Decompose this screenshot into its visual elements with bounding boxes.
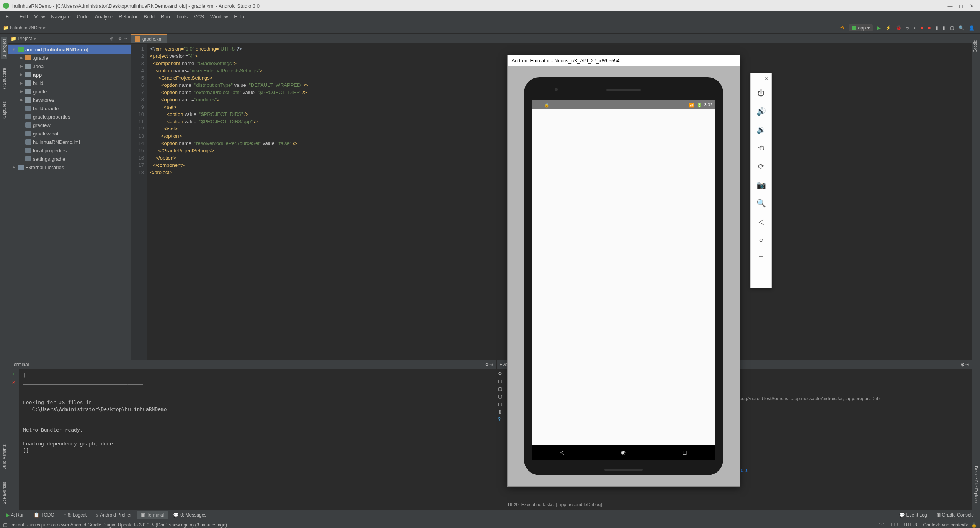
menu-help[interactable]: Help bbox=[231, 14, 247, 20]
status-line-ending[interactable]: LF⁞ bbox=[888, 522, 901, 528]
terminal-content[interactable]: | ______________________________________… bbox=[19, 369, 496, 510]
event-icon-help[interactable]: ? bbox=[498, 417, 503, 422]
apply-changes-icon[interactable]: ⚡ bbox=[883, 25, 893, 31]
status-indicator-icon[interactable]: ▢ bbox=[3, 522, 7, 528]
dropdown-icon[interactable]: ▾ bbox=[34, 36, 36, 41]
collapse-all-icon[interactable]: ⊕ bbox=[110, 36, 114, 41]
tree-item[interactable]: ▶.gradle bbox=[8, 54, 131, 62]
layout-inspector-icon[interactable]: ▢ bbox=[947, 25, 956, 31]
tree-item[interactable]: gradlew.bat bbox=[8, 129, 131, 138]
menu-refactor[interactable]: Refactor bbox=[116, 14, 140, 20]
maximize-button[interactable]: ◻ bbox=[956, 3, 966, 9]
left-tab-structure[interactable]: 7: Structure bbox=[1, 66, 7, 92]
editor-tab-gradle[interactable]: gradle.xml bbox=[131, 34, 167, 43]
emu-power-icon[interactable]: ⏻ bbox=[751, 84, 771, 102]
tool-tab-event-log[interactable]: 💬Event Log bbox=[895, 511, 931, 519]
left-tab-build-variants[interactable]: Build Variants bbox=[1, 442, 7, 472]
profile-icon[interactable]: ⎋ bbox=[904, 25, 911, 31]
event-icon-3[interactable]: ▢ bbox=[498, 386, 503, 391]
tree-item[interactable]: ▶build bbox=[8, 79, 131, 87]
sdk-manager-icon[interactable]: ▮ bbox=[940, 25, 947, 31]
menu-file[interactable]: File bbox=[2, 14, 16, 20]
nav-back-icon[interactable]: ◁ bbox=[560, 449, 564, 455]
menu-code[interactable]: Code bbox=[74, 14, 92, 20]
emu-rotate-right-icon[interactable]: ⟳ bbox=[751, 157, 771, 176]
run-config-selector[interactable]: app ▾ bbox=[846, 24, 875, 31]
add-terminal-icon[interactable]: + bbox=[12, 372, 15, 377]
close-button[interactable]: ✕ bbox=[966, 3, 977, 9]
tool-tab-messages[interactable]: 💬0: Messages bbox=[169, 511, 210, 519]
phone-screen[interactable]: 🔒 📶 🔋 3:32 ◁ ◉ ◻ bbox=[532, 100, 715, 460]
emulator-close-icon[interactable]: ✕ bbox=[764, 76, 768, 81]
emu-zoom-icon[interactable]: 🔍 bbox=[751, 194, 771, 212]
hide-icon[interactable]: ⇥ bbox=[965, 362, 969, 367]
tool-tab-logcat[interactable]: ≡6: Logcat bbox=[60, 511, 90, 519]
run-button[interactable]: ▶ bbox=[875, 25, 883, 31]
left-tab-captures[interactable]: Captures bbox=[1, 99, 7, 121]
menu-edit[interactable]: Edit bbox=[16, 14, 31, 20]
status-position[interactable]: 1:1 bbox=[875, 522, 888, 528]
minimize-button[interactable]: — bbox=[945, 3, 956, 9]
debug-button[interactable]: 🐞 bbox=[893, 25, 904, 31]
emu-volume-down-icon[interactable]: 🔉 bbox=[751, 121, 771, 139]
attach-debugger-icon[interactable]: ⌖ bbox=[911, 25, 918, 31]
emulator-minimize-icon[interactable]: — bbox=[754, 76, 758, 81]
sync-icon[interactable]: ⟲ bbox=[838, 25, 846, 31]
emu-more-icon[interactable]: ⋯ bbox=[751, 267, 771, 286]
gear-icon[interactable]: ⚙ bbox=[960, 362, 965, 367]
tool-tab-profiler[interactable]: ⎋Android Profiler bbox=[92, 511, 136, 519]
menu-build[interactable]: Build bbox=[140, 14, 158, 20]
stop-button-2[interactable]: ■ bbox=[926, 25, 933, 31]
tree-item[interactable]: ▶.idea bbox=[8, 62, 131, 70]
menu-window[interactable]: Window bbox=[207, 14, 231, 20]
event-icon-trash[interactable]: 🗑 bbox=[498, 409, 503, 414]
emu-camera-icon[interactable]: 📷 bbox=[751, 176, 771, 194]
tree-item[interactable]: gradle.properties bbox=[8, 112, 131, 121]
tree-item[interactable]: local.properties bbox=[8, 146, 131, 155]
breadcrumb[interactable]: 📁 hulinhuaRNDemo bbox=[3, 25, 46, 31]
tree-item[interactable]: ▶gradle bbox=[8, 87, 131, 96]
tree-item[interactable]: build.gradle bbox=[8, 104, 131, 112]
tree-item[interactable]: ▶keystores bbox=[8, 96, 131, 104]
right-tab-device-explorer[interactable]: Device File Explorer bbox=[973, 464, 979, 506]
emulator-title-bar[interactable]: Android Emulator - Nexus_5X_API_27_x86:5… bbox=[508, 55, 740, 66]
nav-overview-icon[interactable]: ◻ bbox=[683, 449, 687, 455]
tree-item[interactable]: hulinhuaRNDemo.iml bbox=[8, 138, 131, 146]
tree-item[interactable]: ▶app bbox=[8, 70, 131, 79]
user-icon[interactable]: 👤 bbox=[967, 25, 977, 31]
hide-icon[interactable]: ⇥ bbox=[489, 362, 493, 367]
hide-icon[interactable]: ⇥ bbox=[124, 36, 127, 41]
avd-manager-icon[interactable]: ▮ bbox=[933, 25, 940, 31]
menu-tools[interactable]: Tools bbox=[173, 14, 191, 20]
tree-root[interactable]: ▼ android [hulinhuaRNDemo] bbox=[8, 45, 131, 54]
right-tab-gradle[interactable]: Gradle bbox=[972, 37, 978, 55]
menu-run[interactable]: Run bbox=[158, 14, 173, 20]
emulator-window[interactable]: Android Emulator - Nexus_5X_API_27_x86:5… bbox=[507, 55, 740, 487]
tree-item[interactable]: gradlew bbox=[8, 121, 131, 129]
left-tab-project[interactable]: 1: Project bbox=[1, 37, 7, 59]
emu-volume-up-icon[interactable]: 🔊 bbox=[751, 102, 771, 121]
emu-home-icon[interactable]: ○ bbox=[751, 231, 771, 249]
emu-overview-icon[interactable]: □ bbox=[751, 249, 771, 267]
menu-navigate[interactable]: Navigate bbox=[48, 14, 74, 20]
menu-view[interactable]: View bbox=[31, 14, 48, 20]
event-icon-4[interactable]: ▢ bbox=[498, 394, 503, 399]
event-icon-1[interactable]: ⚙ bbox=[498, 371, 503, 376]
tool-tab-gradle-console[interactable]: ▣Gradle Console bbox=[933, 511, 978, 519]
tool-tab-terminal[interactable]: ▣Terminal bbox=[137, 511, 168, 519]
menu-vcs[interactable]: VCS bbox=[191, 14, 207, 20]
project-tree[interactable]: ▼ android [hulinhuaRNDemo] ▶.gradle▶.ide… bbox=[8, 44, 131, 360]
emu-back-icon[interactable]: ◁ bbox=[751, 212, 771, 231]
tool-tab-todo[interactable]: 📋TODO bbox=[30, 511, 58, 519]
close-terminal-icon[interactable]: ✕ bbox=[12, 380, 16, 385]
status-encoding[interactable]: UTF-8 bbox=[901, 522, 920, 528]
tree-item[interactable]: settings.gradle bbox=[8, 155, 131, 163]
gear-icon[interactable]: ⚙ bbox=[485, 362, 489, 367]
status-lock-icon[interactable]: 🔒 bbox=[971, 522, 977, 528]
emu-rotate-left-icon[interactable]: ⟲ bbox=[751, 139, 771, 157]
search-icon[interactable]: 🔍 bbox=[956, 25, 967, 31]
stop-button[interactable]: ■ bbox=[918, 25, 926, 31]
left-tab-favorites[interactable]: 2: Favorites bbox=[1, 479, 7, 506]
gear-icon[interactable]: ⚙ bbox=[118, 36, 122, 41]
menu-analyze[interactable]: Analyze bbox=[92, 14, 116, 20]
